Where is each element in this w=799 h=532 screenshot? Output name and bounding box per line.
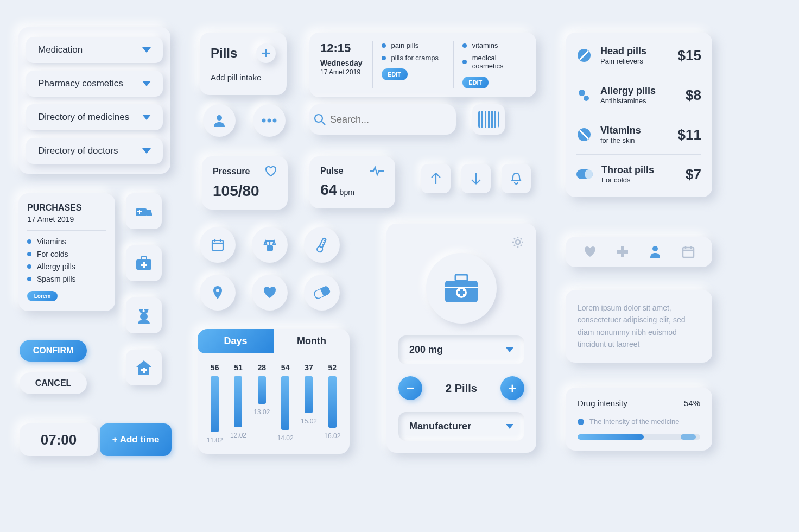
svg-rect-11 — [141, 369, 147, 371]
time-display: 07:00 — [20, 423, 98, 456]
schedule-time: 12:15 — [320, 41, 363, 55]
bell-button[interactable] — [502, 164, 531, 193]
product-name: Allergy pills — [600, 85, 656, 97]
confirm-button[interactable]: CONFIRM — [20, 340, 87, 362]
search-icon — [309, 113, 330, 126]
purchase-item: Vitamins — [37, 237, 66, 246]
pill-icon[interactable] — [304, 275, 340, 311]
edit-button[interactable]: EDIT — [382, 68, 408, 80]
svg-rect-20 — [212, 240, 223, 250]
vitamin-icon — [576, 127, 592, 142]
svg-point-16 — [268, 119, 271, 123]
profile-button[interactable] — [203, 104, 236, 137]
sched-item: pills for cramps — [391, 54, 439, 62]
product-price: $7 — [686, 166, 701, 183]
location-icon[interactable] — [200, 275, 236, 311]
medkit-large-icon — [426, 253, 497, 324]
svg-rect-2 — [137, 211, 142, 212]
scale-icon[interactable] — [252, 227, 288, 263]
minus-button[interactable]: − — [398, 376, 422, 400]
svg-rect-6 — [141, 264, 147, 266]
dosage-select[interactable]: 200 mg — [398, 335, 524, 364]
nav-heart-icon[interactable] — [584, 246, 597, 258]
chevron-down-icon — [506, 424, 513, 429]
product-row[interactable]: Allergy pillsAntihistamines $8 — [576, 75, 701, 115]
product-sub: For colds — [601, 176, 654, 184]
pressure-label: Pressure — [213, 167, 250, 176]
manufacturer-select[interactable]: Manufacturer — [398, 412, 524, 441]
nav-person-icon[interactable] — [649, 245, 662, 259]
product-name: Throat pills — [601, 164, 654, 176]
svg-point-14 — [217, 115, 222, 121]
chevron-down-icon — [142, 81, 151, 86]
tab-days[interactable]: Days — [198, 329, 274, 353]
intensity-slider[interactable] — [578, 434, 700, 440]
product-price: $11 — [678, 126, 701, 143]
chevron-down-icon — [142, 47, 151, 53]
grid-icon[interactable] — [472, 104, 505, 135]
add-time-button[interactable]: + Add time — [100, 423, 172, 456]
edit-button[interactable]: EDIT — [462, 77, 489, 88]
menu-medication[interactable]: Medication — [26, 37, 163, 63]
pressure-value: 105/80 — [213, 182, 277, 200]
chart-bar: 5216.02 — [324, 363, 340, 444]
product-sub: Pain relievers — [600, 57, 646, 65]
purchase-item: For colds — [37, 250, 68, 258]
calendar-icon[interactable] — [200, 227, 236, 263]
chart-bar: 2813.02 — [253, 363, 270, 444]
intensity-sub: The intensity of the medicine — [589, 417, 679, 426]
nurse-icon[interactable] — [126, 297, 162, 333]
menu-doctors[interactable]: Directory of doctors — [26, 138, 163, 164]
product-row[interactable]: Vitaminsfor the skin $11 — [576, 115, 701, 155]
menu-label: Pharmacy cosmetics — [38, 78, 123, 89]
ambulance-icon[interactable] — [126, 193, 162, 229]
description-text: Lorem ipsum dolor sit amet, consectetuer… — [566, 290, 712, 363]
intensity-label: Drug intensity — [578, 398, 627, 408]
menu-label: Medication — [38, 45, 83, 55]
sched-item: pain pills — [391, 41, 419, 49]
heart-fill-icon[interactable] — [252, 275, 288, 311]
pills-subtitle: Add pill intake — [211, 73, 276, 82]
svg-rect-33 — [455, 275, 467, 281]
home-plus-icon[interactable] — [126, 350, 162, 385]
cancel-button[interactable]: CANCEL — [20, 372, 87, 394]
svg-line-27 — [324, 240, 326, 241]
svg-rect-37 — [458, 291, 465, 294]
product-row[interactable]: Throat pillsFor colds $7 — [576, 155, 701, 194]
svg-rect-9 — [143, 311, 145, 312]
medkit-icon[interactable] — [126, 245, 162, 281]
tab-month[interactable]: Month — [274, 329, 350, 353]
product-name: Head pills — [600, 46, 646, 57]
gear-icon[interactable] — [398, 236, 524, 249]
thermometer-icon[interactable] — [304, 227, 340, 263]
search-input[interactable] — [330, 114, 456, 125]
pill-count: 2 Pills — [446, 382, 477, 395]
pulse-icon — [369, 166, 384, 176]
schedule-day: Wednesday — [320, 59, 363, 67]
menu-medicines[interactable]: Directory of medicines — [26, 104, 163, 130]
pills-title: Pills — [211, 46, 237, 61]
product-sub: for the skin — [600, 136, 641, 144]
svg-rect-45 — [585, 169, 593, 179]
svg-line-28 — [323, 242, 325, 243]
capsule-icon — [576, 169, 593, 179]
heart-icon — [265, 166, 277, 177]
product-row[interactable]: Head pillsPain relievers $15 — [576, 36, 701, 75]
nav-plus-icon[interactable] — [617, 246, 629, 258]
lorem-button[interactable]: Lorem — [27, 291, 58, 301]
purchase-item: Allergy pills — [37, 262, 75, 271]
more-button[interactable] — [253, 104, 286, 137]
svg-rect-47 — [617, 250, 628, 254]
chart-bar: 5414.02 — [277, 363, 294, 444]
nav-calendar-icon[interactable] — [682, 245, 695, 258]
dots-icon — [576, 87, 592, 103]
chart-bar: 5112.02 — [230, 363, 246, 444]
product-price: $15 — [678, 47, 701, 64]
menu-pharmacy[interactable]: Pharmacy cosmetics — [26, 71, 163, 97]
arrow-down-button[interactable] — [461, 164, 491, 193]
arrow-up-button[interactable] — [421, 164, 451, 193]
plus-button[interactable]: + — [500, 376, 524, 400]
svg-rect-24 — [267, 245, 273, 251]
add-pill-button[interactable] — [256, 43, 276, 63]
pill-diag-icon — [576, 48, 592, 63]
